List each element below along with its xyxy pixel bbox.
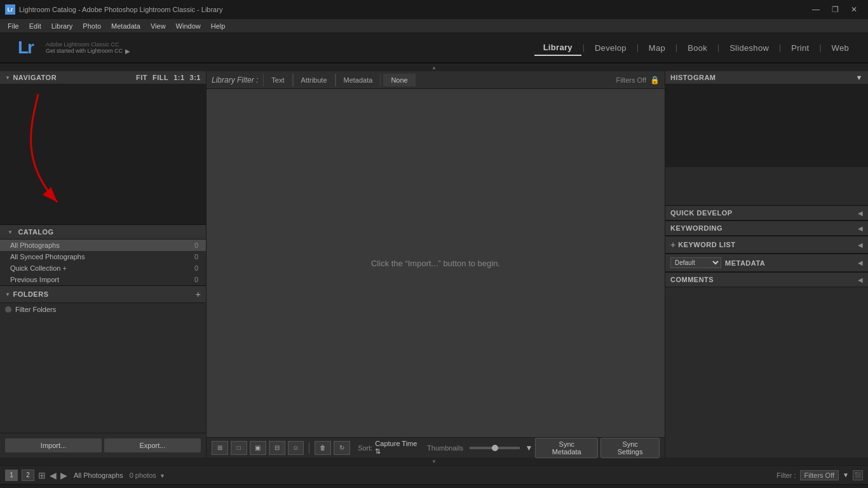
- sort-value[interactable]: Capture Time ⇅: [375, 440, 424, 456]
- catalog-row-all-photos[interactable]: All Photographs 0: [0, 240, 206, 251]
- menu-help[interactable]: Help: [206, 21, 231, 31]
- navigator-header[interactable]: ▼ Navigator FIT FILL 1:1 3:1: [0, 71, 206, 85]
- sync-metadata-button[interactable]: Sync Metadata: [535, 438, 598, 458]
- menu-edit[interactable]: Edit: [24, 21, 46, 31]
- grid-icon: ⊞: [217, 444, 222, 451]
- quick-develop-arrow: ◀: [858, 210, 863, 217]
- nav-3-1[interactable]: 3:1: [190, 74, 201, 81]
- filters-off-label: Filters Off: [616, 76, 646, 84]
- catalog-count-synced: 0: [194, 253, 198, 261]
- people-icon: ☺: [292, 444, 299, 451]
- nav-fill[interactable]: FILL: [153, 74, 168, 81]
- survey-icon: ⊟: [275, 444, 280, 451]
- menu-metadata[interactable]: Metadata: [106, 21, 146, 31]
- filmstrip-page1[interactable]: 1: [5, 470, 18, 481]
- menu-library[interactable]: Library: [46, 21, 78, 31]
- sep5: |: [779, 43, 781, 52]
- toolbar-sep1: [309, 442, 309, 454]
- top-panel-collapse[interactable]: ▲: [0, 64, 868, 71]
- get-started-label[interactable]: Get started with Lightroom CC ▶: [46, 48, 130, 55]
- rotate-button[interactable]: ↻: [334, 441, 350, 455]
- sep2: |: [637, 43, 639, 52]
- catalog-count-quick: 0: [194, 264, 198, 272]
- tab-print[interactable]: Print: [782, 41, 818, 55]
- bottom-panel-collapse[interactable]: ▼: [0, 458, 868, 465]
- filmstrip-filter-value[interactable]: Filters Off: [800, 470, 839, 480]
- histogram-section: Histogram ▼: [665, 71, 868, 205]
- filmstrip-prev-btn[interactable]: ◀: [50, 470, 57, 480]
- folders-add-button[interactable]: +: [196, 289, 201, 299]
- filmstrip-grid-icon[interactable]: ⊞: [38, 470, 46, 480]
- annotation-svg: [0, 85, 127, 224]
- filter-bar-label: Library Filter :: [212, 76, 258, 85]
- keyword-list-plus[interactable]: +: [670, 240, 675, 250]
- tab-web[interactable]: Web: [823, 41, 858, 55]
- menu-view[interactable]: View: [146, 21, 171, 31]
- menu-photo[interactable]: Photo: [78, 21, 106, 31]
- catalog-row-quick[interactable]: Quick Collection + 0: [0, 262, 206, 274]
- filter-tab-attribute[interactable]: Attribute: [293, 74, 336, 86]
- keywording-title: Keywording: [670, 224, 722, 232]
- metadata-preset-select[interactable]: Default: [670, 257, 721, 268]
- catalog-row-synced[interactable]: All Synced Photographs 0: [0, 251, 206, 262]
- filter-tab-metadata[interactable]: Metadata: [336, 74, 381, 86]
- histogram-area: [665, 85, 868, 167]
- catalog-header[interactable]: ▼ Catalog: [0, 224, 206, 240]
- filmstrip-flag-btn[interactable]: ⬛: [853, 470, 863, 480]
- navigator-controls: FIT FILL 1:1 3:1: [136, 74, 201, 81]
- loupe-view-button[interactable]: □: [231, 441, 247, 455]
- close-button[interactable]: ✕: [845, 1, 863, 18]
- filmstrip-filter-arrow[interactable]: ▼: [843, 471, 849, 478]
- left-panel: ▼ Navigator FIT FILL 1:1 3:1: [0, 71, 207, 458]
- keywording-header[interactable]: Keywording ◀: [665, 220, 868, 236]
- comments-header[interactable]: Comments ◀: [665, 272, 868, 287]
- filmstrip-count-arrow[interactable]: ▼: [159, 473, 165, 479]
- filter-bar: Library Filter : Text Attribute Metadata…: [207, 71, 665, 89]
- sep4: |: [717, 43, 719, 52]
- metadata-header[interactable]: Default Metadata ◀: [665, 254, 868, 272]
- right-panel-spacer: [665, 287, 868, 458]
- survey-view-button[interactable]: ⊟: [269, 441, 285, 455]
- tab-library[interactable]: Library: [534, 40, 581, 56]
- delete-button[interactable]: 🗑: [315, 441, 331, 455]
- filmstrip-next-btn[interactable]: ▶: [60, 470, 67, 480]
- export-button[interactable]: Export...: [104, 438, 201, 452]
- module-tabs: Library | Develop | Map | Book | Slidesh…: [534, 40, 858, 56]
- catalog-label-quick: Quick Collection +: [10, 264, 67, 272]
- window-title: Lightroom Catalog - Adobe Photoshop Ligh…: [19, 6, 222, 13]
- sep1: |: [583, 43, 585, 52]
- lr-logo-text: Lr: [18, 37, 33, 58]
- maximize-button[interactable]: ❐: [826, 1, 844, 18]
- metadata-title: Metadata: [725, 259, 765, 267]
- histogram-lower: [665, 167, 868, 205]
- catalog-row-prev-import[interactable]: Previous Import 0: [0, 274, 206, 285]
- minimize-button[interactable]: —: [807, 1, 825, 18]
- filmstrip-filter-label: Filter :: [776, 471, 796, 479]
- grid-view-button[interactable]: ⊞: [212, 441, 228, 455]
- sync-settings-button[interactable]: Sync Settings: [600, 438, 660, 458]
- menu-file[interactable]: File: [3, 21, 24, 31]
- lock-icon[interactable]: 🔒: [650, 76, 660, 85]
- import-button[interactable]: Import...: [5, 438, 102, 452]
- quick-develop-header[interactable]: Quick Develop ◀: [665, 205, 868, 220]
- main-layout: ▼ Navigator FIT FILL 1:1 3:1: [0, 71, 868, 458]
- menu-window[interactable]: Window: [171, 21, 206, 31]
- people-view-button[interactable]: ☺: [288, 441, 304, 455]
- keyword-list-header[interactable]: + Keyword List ◀: [665, 236, 868, 254]
- filter-tab-none[interactable]: None: [383, 74, 415, 86]
- thumbnail-slider[interactable]: [470, 447, 520, 449]
- compare-view-button[interactable]: ▣: [250, 441, 266, 455]
- nav-1-1[interactable]: 1:1: [173, 74, 184, 81]
- tab-develop[interactable]: Develop: [586, 41, 635, 55]
- nav-fit[interactable]: FIT: [136, 74, 147, 81]
- histogram-title: Histogram: [670, 74, 716, 81]
- filter-tab-text[interactable]: Text: [263, 74, 292, 86]
- filmstrip-page2[interactable]: 2: [22, 470, 34, 481]
- tab-book[interactable]: Book: [679, 41, 716, 55]
- thumb-dropdown-icon[interactable]: ▼: [525, 444, 532, 452]
- folders-section: ▼ Folders + Filter Folders: [0, 285, 206, 316]
- histogram-header[interactable]: Histogram ▼: [665, 71, 868, 85]
- folders-header[interactable]: ▼ Folders +: [0, 285, 206, 303]
- tab-map[interactable]: Map: [640, 41, 674, 55]
- tab-slideshow[interactable]: Slideshow: [721, 41, 778, 55]
